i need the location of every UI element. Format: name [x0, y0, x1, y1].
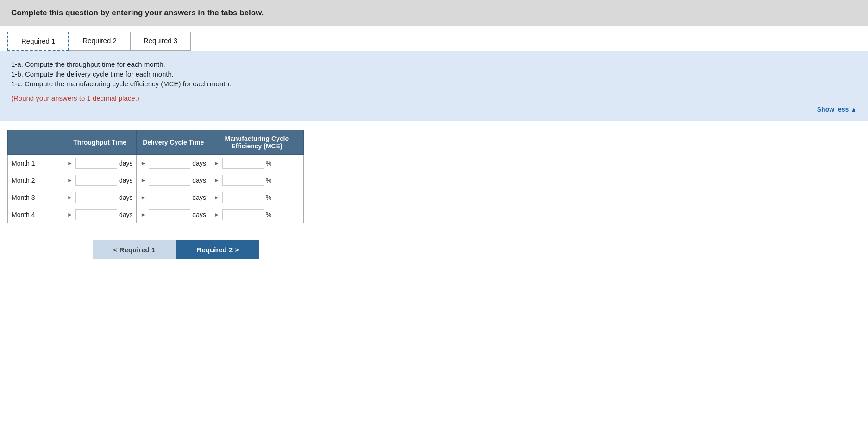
navigation-buttons: Required 1 Required 2	[0, 240, 868, 259]
page-header: Complete this question by entering your …	[0, 0, 868, 26]
col-header-mce: Manufacturing Cycle Efficiency (MCE)	[210, 130, 303, 155]
prev-button[interactable]: Required 1	[93, 240, 176, 259]
cell-month-1: Month 1	[8, 155, 63, 172]
input-throughput-month-1[interactable]	[75, 158, 117, 169]
col-header-month	[8, 130, 63, 155]
cell-mce-1: ► %	[210, 155, 303, 172]
cell-mce-3: ► %	[210, 189, 303, 206]
tabs-bar: Required 1 Required 2 Required 3	[0, 26, 868, 51]
arrow-icon: ►	[214, 160, 220, 166]
tab-required-2[interactable]: Required 2	[69, 32, 130, 51]
col-header-delivery: Delivery Cycle Time	[137, 130, 210, 155]
round-note: (Round your answers to 1 decimal place.)	[11, 94, 857, 102]
cell-month-4: Month 4	[8, 206, 63, 223]
cell-delivery-2: ► days	[137, 172, 210, 189]
input-throughput-month-4[interactable]	[75, 209, 117, 220]
data-table: Throughput Time Delivery Cycle Time Manu…	[7, 130, 304, 223]
input-delivery-month-2[interactable]	[149, 175, 190, 186]
input-mce-month-2[interactable]	[222, 175, 264, 186]
arrow-icon: ►	[140, 211, 146, 218]
cell-throughput-2: ► days	[63, 172, 137, 189]
input-mce-month-1[interactable]	[222, 158, 264, 169]
arrow-icon: ►	[214, 211, 220, 218]
cell-delivery-3: ► days	[137, 189, 210, 206]
arrow-icon: ►	[214, 177, 220, 184]
cell-throughput-1: ► days	[63, 155, 137, 172]
col-header-throughput: Throughput Time	[63, 130, 137, 155]
instruction-line-2: 1-b. Compute the delivery cycle time for…	[11, 70, 857, 78]
arrow-icon: ►	[140, 194, 146, 201]
show-less-button[interactable]: Show less	[11, 106, 857, 113]
input-mce-month-4[interactable]	[222, 209, 264, 220]
arrow-icon: ►	[67, 177, 73, 184]
cell-delivery-4: ► days	[137, 206, 210, 223]
cell-month-3: Month 3	[8, 189, 63, 206]
arrow-icon: ►	[67, 211, 73, 218]
cell-throughput-4: ► days	[63, 206, 137, 223]
input-delivery-month-3[interactable]	[149, 192, 190, 203]
table-row: Month 3 ► days ► days ► %	[8, 189, 304, 206]
cell-delivery-1: ► days	[137, 155, 210, 172]
table-section: Throughput Time Delivery Cycle Time Manu…	[0, 121, 868, 231]
instructions-panel: 1-a. Compute the throughput time for eac…	[0, 51, 868, 121]
input-throughput-month-2[interactable]	[75, 175, 117, 186]
arrow-icon: ►	[140, 160, 146, 166]
input-mce-month-3[interactable]	[222, 192, 264, 203]
arrow-icon: ►	[67, 160, 73, 166]
input-delivery-month-4[interactable]	[149, 209, 190, 220]
cell-mce-2: ► %	[210, 172, 303, 189]
instruction-line-3: 1-c. Compute the manufacturing cycle eff…	[11, 80, 857, 88]
next-button[interactable]: Required 2	[176, 240, 259, 259]
cell-throughput-3: ► days	[63, 189, 137, 206]
table-row: Month 1 ► days ► days ► %	[8, 155, 304, 172]
input-throughput-month-3[interactable]	[75, 192, 117, 203]
table-row: Month 4 ► days ► days ► %	[8, 206, 304, 223]
tab-required-3[interactable]: Required 3	[130, 32, 191, 51]
arrow-icon: ►	[140, 177, 146, 184]
input-delivery-month-1[interactable]	[149, 158, 190, 169]
table-row: Month 2 ► days ► days ► %	[8, 172, 304, 189]
cell-month-2: Month 2	[8, 172, 63, 189]
cell-mce-4: ► %	[210, 206, 303, 223]
instruction-line-1: 1-a. Compute the throughput time for eac…	[11, 60, 857, 68]
header-text: Complete this question by entering your …	[11, 8, 264, 17]
tab-required-1[interactable]: Required 1	[7, 32, 69, 51]
arrow-icon: ►	[67, 194, 73, 201]
arrow-icon: ►	[214, 194, 220, 201]
